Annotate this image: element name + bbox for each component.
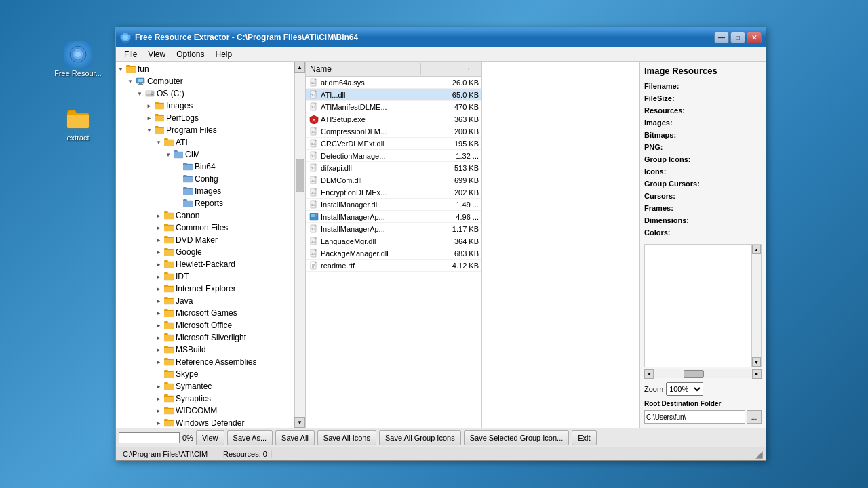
exit-button[interactable]: Exit	[572, 430, 596, 445]
tree-expander-fun[interactable]: ▼	[116, 64, 125, 74]
tree-node-os_c[interactable]: ▼OS (C:)	[116, 87, 305, 100]
tree-node-ie[interactable]: ►Internet Explorer	[116, 283, 305, 295]
file-row[interactable]: DLLPackageManager.dll683 KB	[306, 247, 481, 260]
tree-node-images_top[interactable]: ►Images	[116, 100, 305, 112]
tree-expander-google[interactable]: ►	[154, 247, 163, 257]
col-header-size[interactable]	[421, 68, 469, 70]
file-row[interactable]: DLLLanguageMgr.dll364 KB	[306, 235, 481, 247]
file-list[interactable]: DLLatidm64a.sys26.0 KBDLLATI...dll65.0 K…	[306, 77, 481, 428]
tree-expander-java[interactable]: ►	[154, 296, 163, 306]
file-row[interactable]: DLLdifxapi.dll513 KB	[306, 162, 481, 174]
tree-node-reports[interactable]: Reports	[116, 197, 305, 209]
tree-expander-ms_silverlight[interactable]: ►	[154, 333, 163, 342]
tree-node-common_files[interactable]: ►Common Files	[116, 222, 305, 234]
tree-node-idt[interactable]: ►IDT	[116, 270, 305, 283]
file-row[interactable]: DLLatidm64a.sys26.0 KB	[306, 77, 481, 89]
file-row[interactable]: InstallManagerAp...4.96 ...	[306, 211, 481, 223]
horiz-scroll-right[interactable]: ►	[752, 369, 762, 379]
menu-view[interactable]: View	[142, 48, 171, 60]
file-row[interactable]: DLLATI...dll65.0 KB	[306, 89, 481, 101]
tree-node-computer[interactable]: ▼Computer	[116, 75, 305, 87]
menu-options[interactable]: Options	[171, 48, 210, 60]
horiz-scroll-left[interactable]: ◄	[644, 369, 654, 379]
tree-expander-os_c[interactable]: ▼	[135, 89, 144, 98]
resize-grip[interactable]: ◢	[755, 449, 763, 460]
tree-expander-ie[interactable]: ►	[154, 284, 163, 293]
desktop-icon-extract[interactable]: extract	[54, 105, 102, 142]
root-dest-browse-button[interactable]: ...	[747, 410, 762, 424]
tree-expander-program_files[interactable]: ▼	[144, 125, 154, 135]
tree-expander-dvd_maker[interactable]: ►	[154, 235, 163, 245]
file-row[interactable]: DLLInstallManager.dll1.49 ...	[306, 199, 481, 211]
tree-scroll-up[interactable]: ▲	[294, 62, 305, 73]
root-dest-input[interactable]	[644, 410, 745, 424]
file-row[interactable]: DLLCompressionDLM...200 KB	[306, 125, 481, 138]
tree-expander-ati[interactable]: ▼	[154, 138, 163, 147]
file-row[interactable]: DLLDetectionManage...1.32 ...	[306, 150, 481, 162]
tree-node-dvd_maker[interactable]: ►DVD Maker	[116, 234, 305, 246]
menu-file[interactable]: File	[119, 48, 142, 60]
tree-expander-bin64[interactable]	[173, 162, 182, 171]
resource-scroll-up[interactable]: ▲	[752, 245, 761, 254]
tree-expander-symantec[interactable]: ►	[154, 382, 163, 391]
save-selected-group-icon-button[interactable]: Save Selected Group Icon...	[464, 430, 570, 445]
tree-expander-computer[interactable]: ▼	[125, 77, 135, 86]
tree-node-synaptics[interactable]: ►Synaptics	[116, 392, 305, 405]
tree-expander-widcomm[interactable]: ►	[154, 406, 163, 415]
tree-node-hp[interactable]: ►Hewlett-Packard	[116, 258, 305, 270]
tree-node-bin64[interactable]: Bin64	[116, 161, 305, 173]
view-button[interactable]: View	[196, 430, 224, 445]
file-row[interactable]: DLLDLMCom.dll699 KB	[306, 174, 481, 186]
tree-scrollbar-thumb[interactable]	[296, 159, 304, 192]
tree-expander-config[interactable]	[173, 174, 182, 184]
tree-node-fun[interactable]: ▼fun	[116, 63, 305, 75]
menu-help[interactable]: Help	[210, 48, 238, 60]
file-row[interactable]: DLLCRCVerDLMExt.dll195 KB	[306, 138, 481, 150]
tree-expander-hp[interactable]: ►	[154, 260, 163, 269]
tree-expander-synaptics[interactable]: ►	[154, 394, 163, 403]
minimize-button[interactable]: —	[714, 31, 729, 43]
save-all-button[interactable]: Save All	[275, 430, 315, 445]
tree-node-config[interactable]: Config	[116, 173, 305, 185]
tree-expander-cim[interactable]: ▼	[163, 150, 173, 159]
tree-node-java[interactable]: ►Java	[116, 295, 305, 307]
tree-expander-ms_games[interactable]: ►	[154, 308, 163, 318]
tree-expander-reports[interactable]	[173, 199, 182, 208]
save-all-icons-button[interactable]: Save All Icons	[317, 430, 376, 445]
tree-node-ati[interactable]: ▼ATI	[116, 136, 305, 148]
tree-expander-common_files[interactable]: ►	[154, 223, 163, 232]
tree-node-widcomm[interactable]: ►WIDCOMM	[116, 405, 305, 417]
tree-expander-skype[interactable]	[154, 369, 163, 379]
file-row[interactable]: DLLEncryptionDLMEx...202 KB	[306, 186, 481, 199]
desktop-icon-free-resource[interactable]: Free Resour...	[54, 41, 102, 77]
tree-node-ref_assemblies[interactable]: ►Reference Assemblies	[116, 356, 305, 368]
tree-node-google[interactable]: ►Google	[116, 246, 305, 258]
col-header-name[interactable]: Name	[306, 63, 421, 75]
tree-expander-msbuild[interactable]: ►	[154, 345, 163, 354]
file-row[interactable]: AATISetup.exe363 KB	[306, 113, 481, 125]
tree-node-cim[interactable]: ▼CIM	[116, 148, 305, 161]
tree-node-perflogs[interactable]: ►PerfLogs	[116, 112, 305, 124]
tree-expander-perflogs[interactable]: ►	[144, 113, 154, 123]
zoom-select[interactable]: 100% 25% 50% 75% 150% 200%	[666, 382, 703, 396]
tree-expander-ms_office[interactable]: ►	[154, 321, 163, 330]
save-as-button[interactable]: Save As...	[227, 430, 273, 445]
resource-scroll-down[interactable]: ▼	[752, 357, 761, 367]
save-all-group-icons-button[interactable]: Save All Group Icons	[379, 430, 461, 445]
tree-expander-win_defender[interactable]: ►	[154, 418, 163, 428]
tree-expander-canon[interactable]: ►	[154, 211, 163, 220]
tree-expander-idt[interactable]: ►	[154, 272, 163, 281]
tree-node-skype[interactable]: Skype	[116, 368, 305, 380]
tree-node-ms_silverlight[interactable]: ►Microsoft Silverlight	[116, 331, 305, 344]
tree-scroll-down[interactable]: ▼	[294, 417, 305, 428]
close-button[interactable]: ✕	[747, 31, 762, 43]
tree-scroll[interactable]: ▼fun▼Computer▼OS (C:)►Images►PerfLogs▼Pr…	[116, 62, 305, 428]
tree-node-canon[interactable]: ►Canon	[116, 209, 305, 222]
tree-node-symantec[interactable]: ►Symantec	[116, 380, 305, 392]
tree-node-ms_games[interactable]: ►Microsoft Games	[116, 307, 305, 319]
file-row[interactable]: DLLInstallManagerAp...1.17 KB	[306, 223, 481, 235]
tree-expander-ref_assemblies[interactable]: ►	[154, 357, 163, 367]
tree-expander-images_top[interactable]: ►	[144, 101, 154, 110]
maximize-button[interactable]: □	[730, 31, 745, 43]
tree-expander-images[interactable]	[173, 186, 182, 196]
